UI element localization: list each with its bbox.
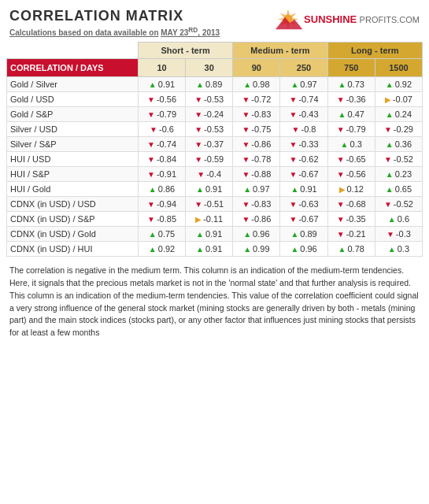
cell-number: -0.59 <box>204 154 224 164</box>
correlation-table: Short - term Medium - term Long - term C… <box>6 42 423 257</box>
row-label: Gold / S&P <box>7 107 139 122</box>
cell-number: -0.6 <box>159 124 174 134</box>
row-label: HUI / USD <box>7 152 139 167</box>
row-label: HUI / S&P <box>7 167 139 182</box>
cell-number: 0.36 <box>395 139 412 149</box>
header-left: CORRELATION MATRIX Calculations based on… <box>9 8 220 37</box>
arrow-icon: ▼ <box>290 110 298 119</box>
cell-number: 0.96 <box>300 244 316 254</box>
cell-value: ▲0.91 <box>138 77 185 92</box>
cell-number: -0.75 <box>251 124 271 134</box>
arrow-icon: ▼ <box>290 215 298 224</box>
header: CORRELATION MATRIX Calculations based on… <box>0 0 429 42</box>
cell-number: 0.92 <box>395 80 412 89</box>
cell-number: 0.91 <box>205 229 222 239</box>
arrow-icon: ▼ <box>242 140 250 149</box>
cell-number: -0.67 <box>298 169 318 179</box>
cell-value: ▼-0.24 <box>186 107 233 122</box>
arrow-icon: ▲ <box>290 80 298 89</box>
arrow-icon: ▼ <box>290 200 298 209</box>
cell-value: ▶-0.11 <box>186 212 233 227</box>
arrow-icon: ▲ <box>149 80 157 89</box>
arrow-icon: ▼ <box>384 200 392 209</box>
cell-value: ▲0.92 <box>375 77 422 92</box>
th-day-1500: 1500 <box>375 59 422 77</box>
arrow-icon: ▼ <box>194 95 202 104</box>
arrow-icon: ▶ <box>385 95 391 104</box>
arrow-icon: ▲ <box>388 245 396 254</box>
cell-number: -0.85 <box>157 214 176 224</box>
row-label: CDNX (in USD) / USD <box>7 197 139 212</box>
subtitle-text: Calculations based on data available on <box>9 28 159 37</box>
cell-value: ▼-0.29 <box>375 122 422 137</box>
cell-value: ▲0.86 <box>138 182 185 197</box>
data-header-row: CORRELATION / DAYS 10 30 90 250 750 1500 <box>7 59 423 77</box>
col-short-term: Short - term <box>138 43 232 59</box>
table-row: Gold / S&P▼-0.79▼-0.24▼-0.83▼-0.43▲0.47▲… <box>7 107 423 122</box>
arrow-icon: ▼ <box>197 170 205 179</box>
cell-number: -0.29 <box>394 124 413 134</box>
cell-number: -0.94 <box>157 199 176 209</box>
arrow-icon: ▲ <box>243 230 251 239</box>
row-label: Gold / USD <box>7 92 139 107</box>
arrow-icon: ▼ <box>147 170 155 179</box>
cell-number: 0.91 <box>158 80 175 89</box>
cell-value: ▲0.78 <box>327 242 375 257</box>
cell-number: -0.86 <box>251 214 271 224</box>
cell-number: -0.56 <box>157 94 176 104</box>
cell-number: -0.37 <box>204 139 224 149</box>
arrow-icon: ▼ <box>290 155 298 164</box>
arrow-icon: ▼ <box>147 155 155 164</box>
arrow-icon: ▼ <box>337 215 345 224</box>
arrow-icon: ▼ <box>242 155 250 164</box>
row-label: HUI / Gold <box>7 182 139 197</box>
cell-number: -0.07 <box>393 94 412 104</box>
arrow-icon: ▼ <box>194 200 202 209</box>
cell-number: 0.12 <box>347 184 364 194</box>
table-row: HUI / Gold▲0.86▲0.91▲0.97▲0.91▶0.12▲0.65 <box>7 182 423 197</box>
table-row: CDNX (in USD) / S&P▼-0.85▶-0.11▼-0.86▼-0… <box>7 212 423 227</box>
arrow-icon: ▼ <box>242 125 250 134</box>
cell-number: -0.56 <box>346 169 366 179</box>
cell-number: -0.88 <box>251 169 271 179</box>
arrow-icon: ▼ <box>147 95 155 104</box>
arrow-icon: ▼ <box>290 140 298 149</box>
col-empty <box>7 43 139 59</box>
cell-value: ▼-0.86 <box>233 212 280 227</box>
logo-text: SUNSHINE PROFITS.COM <box>304 13 420 25</box>
cell-number: 0.89 <box>205 80 222 89</box>
row-label: Gold / Silver <box>7 77 139 92</box>
cell-number: -0.43 <box>298 109 318 119</box>
cell-value: ▲0.96 <box>233 227 280 242</box>
cell-value: ▼-0.6 <box>138 122 185 137</box>
arrow-icon: ▲ <box>338 245 346 254</box>
table-row: CDNX (in USD) / USD▼-0.94▼-0.51▼-0.83▼-0… <box>7 197 423 212</box>
cell-value: ▼-0.62 <box>280 152 327 167</box>
cell-value: ▼-0.53 <box>186 122 233 137</box>
cell-number: -0.53 <box>204 94 224 104</box>
cell-number: -0.4 <box>206 169 221 179</box>
arrow-icon: ▼ <box>337 200 345 209</box>
arrow-icon: ▼ <box>147 110 155 119</box>
arrow-icon: ▲ <box>290 185 298 194</box>
arrow-icon: ▼ <box>242 200 250 209</box>
cell-number: -0.83 <box>251 109 271 119</box>
row-label: Silver / S&P <box>7 137 139 152</box>
cell-number: -0.63 <box>298 199 318 209</box>
footer-text: The correlation is negative in the mediu… <box>0 257 429 347</box>
cell-value: ▲0.3 <box>375 242 422 257</box>
table-row: Gold / USD▼-0.56▼-0.53▼-0.72▼-0.74▼-0.36… <box>7 92 423 107</box>
cell-number: 0.6 <box>398 214 409 224</box>
cell-value: ▶-0.07 <box>375 92 422 107</box>
cell-value: ▼-0.86 <box>233 137 280 152</box>
cell-number: 0.24 <box>395 109 412 119</box>
arrow-icon: ▶ <box>339 185 346 194</box>
arrow-icon: ▲ <box>149 245 157 254</box>
cell-value: ▲0.91 <box>186 227 233 242</box>
row-label: CDNX (in USD) / HUI <box>7 242 139 257</box>
arrow-icon: ▲ <box>149 185 157 194</box>
cell-number: 0.98 <box>253 80 269 89</box>
cell-value: ▲0.91 <box>280 182 327 197</box>
cell-number: -0.33 <box>298 139 318 149</box>
arrow-icon: ▼ <box>242 110 250 119</box>
